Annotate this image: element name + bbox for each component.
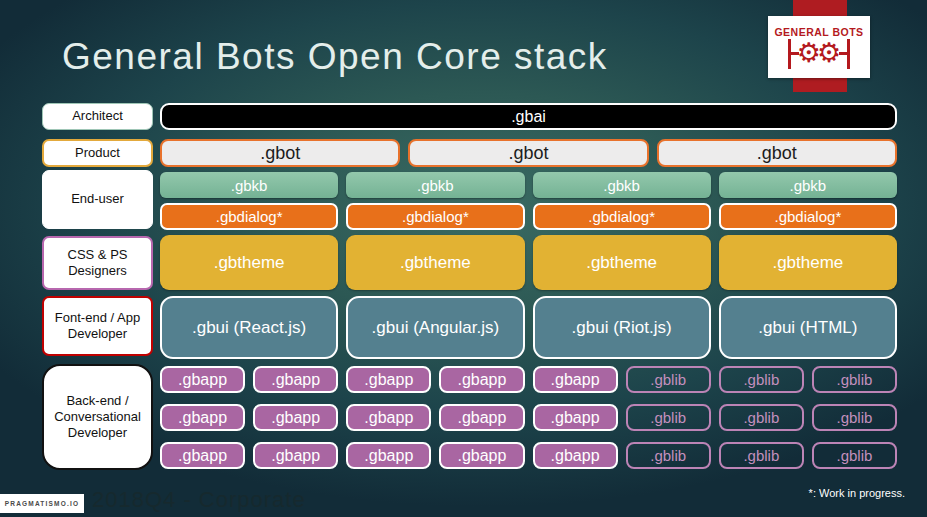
row-gbapp-gblib-3: .gbapp .gbapp .gbapp .gbapp .gbapp .gbli…: [160, 442, 897, 469]
gear-stub-right: [839, 52, 847, 55]
gbapp-box: .gbapp: [346, 366, 431, 393]
gbkb-box: .gbkb: [346, 172, 524, 198]
gbkb-box: .gbkb: [533, 172, 711, 198]
gbapp-box: .gbapp: [439, 404, 524, 431]
row-label-end-user: End-user: [42, 170, 153, 229]
gbapp-box: .gbapp: [160, 366, 245, 393]
gbot-box: .gbot: [408, 139, 648, 167]
gblib-box: .gblib: [812, 404, 897, 431]
gbapp-box: .gbapp: [533, 404, 618, 431]
gbui-angular-box: .gbui (Angular.js): [346, 296, 524, 359]
gbapp-box: .gbapp: [346, 404, 431, 431]
gbapp-box: .gbapp: [439, 442, 524, 469]
row-gbot: .gbot .gbot .gbot: [160, 139, 897, 167]
gear-bar-right: [847, 39, 850, 69]
gblib-box: .gblib: [719, 404, 804, 431]
gbui-html-box: .gbui (HTML): [719, 296, 897, 359]
gblib-box: .gblib: [626, 404, 711, 431]
gbdialog-box: .gbdialog*: [533, 203, 711, 230]
gblib-box: .gblib: [812, 442, 897, 469]
work-in-progress-footnote: *: Work in progress.: [809, 487, 905, 499]
gblib-box: .gblib: [812, 366, 897, 393]
page-title: General Bots Open Core stack: [62, 36, 608, 78]
gbapp-box: .gbapp: [439, 366, 524, 393]
row-gbtheme: .gbtheme .gbtheme .gbtheme .gbtheme: [160, 235, 897, 290]
row-gbapp-gblib-2: .gbapp .gbapp .gbapp .gbapp .gbapp .gbli…: [160, 404, 897, 431]
gbapp-box: .gbapp: [253, 442, 338, 469]
gbapp-box: .gbapp: [533, 442, 618, 469]
gbapp-box: .gbapp: [253, 404, 338, 431]
brand-logo-text: GENERAL BOTS: [774, 26, 863, 38]
gbtheme-box: .gbtheme: [346, 235, 524, 290]
gbtheme-box: .gbtheme: [533, 235, 711, 290]
gbapp-box: .gbapp: [160, 442, 245, 469]
gbdialog-box: .gbdialog*: [160, 203, 338, 230]
gbkb-box: .gbkb: [160, 172, 338, 198]
gears-icon: ⚙⚙: [788, 39, 849, 69]
gbtheme-box: .gbtheme: [160, 235, 338, 290]
row-gbapp-gblib-1: .gbapp .gbapp .gbapp .gbapp .gbapp .gbli…: [160, 366, 897, 393]
gbapp-box: .gbapp: [253, 366, 338, 393]
gear-icon: ⚙: [817, 40, 841, 67]
gbot-box: .gbot: [160, 139, 400, 167]
slide: General Bots Open Core stack GENERAL BOT…: [0, 0, 927, 517]
gblib-box: .gblib: [719, 442, 804, 469]
gbui-react-box: .gbui (React.js): [160, 296, 338, 359]
row-label-frontend-app-developer: Font-end / App Developer: [42, 296, 153, 356]
gblib-box: .gblib: [626, 366, 711, 393]
pragmatismo-badge: PRAGMATISMO.IO: [0, 494, 84, 513]
row-label-product: Product: [42, 139, 153, 167]
row-gbdialog: .gbdialog* .gbdialog* .gbdialog* .gbdial…: [160, 203, 897, 230]
gbui-riot-box: .gbui (Riot.js): [533, 296, 711, 359]
gbdialog-box: .gbdialog*: [719, 203, 897, 230]
row-label-css-ps-designers: CSS & PS Designers: [42, 236, 153, 290]
gblib-box: .gblib: [719, 366, 804, 393]
row-gbai: .gbai: [160, 103, 897, 130]
gbapp-box: .gbapp: [160, 404, 245, 431]
gbtheme-box: .gbtheme: [719, 235, 897, 290]
gbapp-box: .gbapp: [346, 442, 431, 469]
gbkb-box: .gbkb: [719, 172, 897, 198]
gbot-box: .gbot: [657, 139, 897, 167]
gbapp-box: .gbapp: [533, 366, 618, 393]
gbai-box: .gbai: [160, 103, 897, 130]
row-gbui: .gbui (React.js) .gbui (Angular.js) .gbu…: [160, 296, 897, 359]
gbdialog-box: .gbdialog*: [346, 203, 524, 230]
row-gbkb: .gbkb .gbkb .gbkb .gbkb: [160, 172, 897, 198]
general-bots-logo: GENERAL BOTS ⚙⚙: [768, 16, 870, 78]
gblib-box: .gblib: [626, 442, 711, 469]
row-label-architect: Architect: [42, 103, 153, 130]
row-label-backend-conversational-developer: Back-end / Conversational Developer: [42, 364, 153, 470]
footer-caption: 2018Q4 - Corporate: [92, 487, 306, 513]
